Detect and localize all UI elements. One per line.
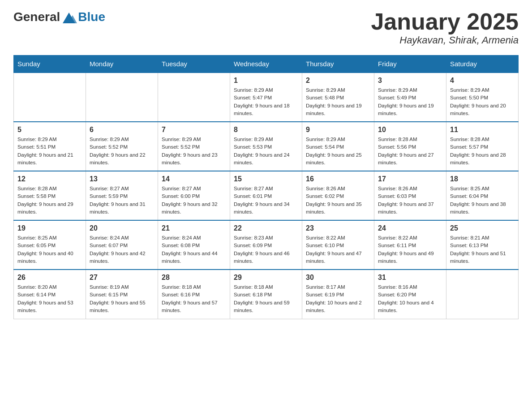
- day-number: 3: [378, 77, 442, 85]
- day-number: 11: [450, 126, 515, 134]
- day-info: Sunrise: 8:29 AMSunset: 5:50 PMDaylight:…: [450, 86, 515, 117]
- calendar-week-4: 19Sunrise: 8:25 AMSunset: 6:05 PMDayligh…: [14, 220, 519, 270]
- calendar-cell: 13Sunrise: 8:27 AMSunset: 5:59 PMDayligh…: [86, 171, 158, 220]
- day-number: 19: [17, 224, 82, 232]
- calendar-cell: 26Sunrise: 8:20 AMSunset: 6:14 PMDayligh…: [14, 270, 86, 319]
- calendar-cell: 5Sunrise: 8:29 AMSunset: 5:51 PMDaylight…: [14, 122, 86, 171]
- day-info: Sunrise: 8:29 AMSunset: 5:47 PMDaylight:…: [234, 86, 298, 117]
- day-number: 29: [234, 274, 298, 282]
- day-number: 23: [306, 224, 370, 232]
- day-info: Sunrise: 8:24 AMSunset: 6:08 PMDaylight:…: [162, 234, 226, 265]
- calendar-cell: 20Sunrise: 8:24 AMSunset: 6:07 PMDayligh…: [86, 220, 158, 270]
- calendar-cell: 30Sunrise: 8:17 AMSunset: 6:19 PMDayligh…: [302, 270, 374, 319]
- day-number: 12: [17, 175, 82, 183]
- day-number: 15: [234, 175, 298, 183]
- day-number: 4: [450, 77, 515, 85]
- calendar-cell: 24Sunrise: 8:22 AMSunset: 6:11 PMDayligh…: [374, 220, 446, 270]
- day-info: Sunrise: 8:29 AMSunset: 5:53 PMDaylight:…: [234, 136, 298, 167]
- calendar-cell: 1Sunrise: 8:29 AMSunset: 5:47 PMDaylight…: [230, 73, 302, 122]
- day-info: Sunrise: 8:23 AMSunset: 6:09 PMDaylight:…: [234, 234, 298, 265]
- calendar-cell: 15Sunrise: 8:27 AMSunset: 6:01 PMDayligh…: [230, 171, 302, 220]
- day-number: 6: [90, 126, 154, 134]
- day-info: Sunrise: 8:29 AMSunset: 5:51 PMDaylight:…: [17, 136, 82, 167]
- column-header-thursday: Thursday: [302, 56, 374, 73]
- day-info: Sunrise: 8:26 AMSunset: 6:03 PMDaylight:…: [378, 185, 442, 216]
- day-info: Sunrise: 8:21 AMSunset: 6:13 PMDaylight:…: [450, 234, 515, 265]
- day-number: 9: [306, 126, 370, 134]
- day-info: Sunrise: 8:28 AMSunset: 5:56 PMDaylight:…: [378, 136, 442, 167]
- calendar-cell: [86, 73, 158, 122]
- calendar-cell: 25Sunrise: 8:21 AMSunset: 6:13 PMDayligh…: [446, 220, 519, 270]
- day-info: Sunrise: 8:26 AMSunset: 6:02 PMDaylight:…: [306, 185, 370, 216]
- calendar-cell: 31Sunrise: 8:16 AMSunset: 6:20 PMDayligh…: [374, 270, 446, 319]
- day-number: 26: [17, 274, 82, 282]
- column-header-tuesday: Tuesday: [158, 56, 230, 73]
- day-number: 30: [306, 274, 370, 282]
- calendar-table: SundayMondayTuesdayWednesdayThursdayFrid…: [13, 55, 519, 319]
- day-info: Sunrise: 8:27 AMSunset: 5:59 PMDaylight:…: [90, 185, 154, 216]
- day-info: Sunrise: 8:27 AMSunset: 6:00 PMDaylight:…: [162, 185, 226, 216]
- calendar-cell: 10Sunrise: 8:28 AMSunset: 5:56 PMDayligh…: [374, 122, 446, 171]
- calendar-week-1: 1Sunrise: 8:29 AMSunset: 5:47 PMDaylight…: [14, 73, 519, 122]
- calendar-cell: [14, 73, 86, 122]
- calendar-week-3: 12Sunrise: 8:28 AMSunset: 5:58 PMDayligh…: [14, 171, 519, 220]
- day-number: 10: [378, 126, 442, 134]
- calendar-cell: 23Sunrise: 8:22 AMSunset: 6:10 PMDayligh…: [302, 220, 374, 270]
- calendar-cell: [446, 270, 519, 319]
- day-info: Sunrise: 8:22 AMSunset: 6:11 PMDaylight:…: [378, 234, 442, 265]
- day-number: 28: [162, 274, 226, 282]
- column-header-monday: Monday: [86, 56, 158, 73]
- month-title: January 2025: [371, 9, 519, 34]
- calendar-cell: 27Sunrise: 8:19 AMSunset: 6:15 PMDayligh…: [86, 270, 158, 319]
- day-number: 16: [306, 175, 370, 183]
- day-number: 20: [90, 224, 154, 232]
- day-info: Sunrise: 8:29 AMSunset: 5:48 PMDaylight:…: [306, 86, 370, 117]
- day-number: 27: [90, 274, 154, 282]
- calendar-cell: 22Sunrise: 8:23 AMSunset: 6:09 PMDayligh…: [230, 220, 302, 270]
- calendar-cell: 6Sunrise: 8:29 AMSunset: 5:52 PMDaylight…: [86, 122, 158, 171]
- day-info: Sunrise: 8:25 AMSunset: 6:05 PMDaylight:…: [17, 234, 82, 265]
- location-title: Haykavan, Shirak, Armenia: [371, 34, 519, 46]
- day-info: Sunrise: 8:27 AMSunset: 6:01 PMDaylight:…: [234, 185, 298, 216]
- calendar-cell: 18Sunrise: 8:25 AMSunset: 6:04 PMDayligh…: [446, 171, 519, 220]
- calendar-cell: 28Sunrise: 8:18 AMSunset: 6:16 PMDayligh…: [158, 270, 230, 319]
- calendar-cell: 3Sunrise: 8:29 AMSunset: 5:49 PMDaylight…: [374, 73, 446, 122]
- day-number: 7: [162, 126, 226, 134]
- calendar-cell: 14Sunrise: 8:27 AMSunset: 6:00 PMDayligh…: [158, 171, 230, 220]
- calendar-cell: 4Sunrise: 8:29 AMSunset: 5:50 PMDaylight…: [446, 73, 519, 122]
- day-info: Sunrise: 8:22 AMSunset: 6:10 PMDaylight:…: [306, 234, 370, 265]
- day-info: Sunrise: 8:17 AMSunset: 6:19 PMDaylight:…: [306, 283, 370, 314]
- day-info: Sunrise: 8:29 AMSunset: 5:52 PMDaylight:…: [162, 136, 226, 167]
- calendar-cell: 17Sunrise: 8:26 AMSunset: 6:03 PMDayligh…: [374, 171, 446, 220]
- day-number: 8: [234, 126, 298, 134]
- calendar-week-5: 26Sunrise: 8:20 AMSunset: 6:14 PMDayligh…: [14, 270, 519, 319]
- day-info: Sunrise: 8:29 AMSunset: 5:54 PMDaylight:…: [306, 136, 370, 167]
- column-header-saturday: Saturday: [446, 56, 519, 73]
- day-info: Sunrise: 8:16 AMSunset: 6:20 PMDaylight:…: [378, 283, 442, 314]
- day-number: 25: [450, 224, 515, 232]
- day-info: Sunrise: 8:18 AMSunset: 6:16 PMDaylight:…: [162, 283, 226, 314]
- calendar-cell: 11Sunrise: 8:28 AMSunset: 5:57 PMDayligh…: [446, 122, 519, 171]
- day-info: Sunrise: 8:29 AMSunset: 5:49 PMDaylight:…: [378, 86, 442, 117]
- day-number: 31: [378, 274, 442, 282]
- column-header-sunday: Sunday: [14, 56, 86, 73]
- day-info: Sunrise: 8:28 AMSunset: 5:58 PMDaylight:…: [17, 185, 82, 216]
- calendar-cell: [158, 73, 230, 122]
- calendar-cell: 19Sunrise: 8:25 AMSunset: 6:05 PMDayligh…: [14, 220, 86, 270]
- day-number: 24: [378, 224, 442, 232]
- day-info: Sunrise: 8:25 AMSunset: 6:04 PMDaylight:…: [450, 185, 515, 216]
- title-section: January 2025 Haykavan, Shirak, Armenia: [371, 9, 519, 46]
- calendar-cell: 2Sunrise: 8:29 AMSunset: 5:48 PMDaylight…: [302, 73, 374, 122]
- day-number: 21: [162, 224, 226, 232]
- day-info: Sunrise: 8:29 AMSunset: 5:52 PMDaylight:…: [90, 136, 154, 167]
- day-number: 17: [378, 175, 442, 183]
- day-number: 13: [90, 175, 154, 183]
- day-info: Sunrise: 8:20 AMSunset: 6:14 PMDaylight:…: [17, 283, 82, 314]
- day-info: Sunrise: 8:28 AMSunset: 5:57 PMDaylight:…: [450, 136, 515, 167]
- day-number: 18: [450, 175, 515, 183]
- logo-general-text: General: [13, 10, 60, 24]
- day-info: Sunrise: 8:24 AMSunset: 6:07 PMDaylight:…: [90, 234, 154, 265]
- column-header-friday: Friday: [374, 56, 446, 73]
- logo: General Blue: [13, 9, 105, 25]
- logo-icon: [61, 9, 77, 25]
